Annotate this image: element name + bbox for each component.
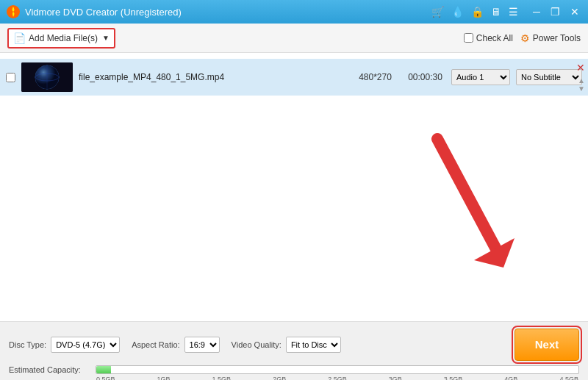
- bottom-bar: Disc Type: DVD-5 (4.7G) DVD-9 (8.5G) BD-…: [0, 321, 588, 380]
- disc-type-group: Disc Type: DVD-5 (4.7G) DVD-9 (8.5G) BD-…: [9, 337, 120, 353]
- toolbar-right: Check All ⚙ Power Tools: [464, 32, 581, 44]
- title-bar: Vidmore DVD Creator (Unregistered) 🛒 💧 🔒…: [0, 0, 588, 24]
- window-controls: ─ ❐ ✕: [530, 6, 582, 18]
- restore-icon[interactable]: ❐: [548, 6, 563, 18]
- menu-lines-icon[interactable]: ☰: [509, 6, 518, 18]
- power-tools-button[interactable]: ⚙ Power Tools: [520, 32, 581, 44]
- svg-marker-12: [474, 238, 514, 268]
- toolbar: 📄 Add Media File(s) ▼ Check All ⚙ Power …: [0, 24, 588, 53]
- file-audio-select[interactable]: Audio 1: [451, 69, 510, 85]
- file-duration: 00:00:30: [405, 72, 445, 82]
- arrow-annotation: [423, 132, 518, 281]
- add-media-icon: 📄: [13, 32, 26, 44]
- tick-6: 3.5GB: [444, 376, 463, 380]
- minimize-icon[interactable]: ─: [530, 6, 543, 18]
- disc-type-label: Disc Type:: [9, 340, 46, 349]
- next-label: Next: [535, 338, 559, 351]
- file-reorder-arrows: ▲ ▼: [578, 76, 585, 93]
- video-quality-select[interactable]: Fit to Disc High Medium Low: [286, 337, 341, 353]
- aspect-ratio-group: Aspect Ratio: 16:9 4:3: [132, 337, 219, 353]
- disc-type-select[interactable]: DVD-5 (4.7G) DVD-9 (8.5G) BD-25 (25G) BD…: [51, 337, 120, 353]
- table-row: file_example_MP4_480_1_5MG.mp4 480*270 0…: [0, 59, 588, 96]
- app-title: Vidmore DVD Creator (Unregistered): [25, 7, 431, 18]
- check-all-label[interactable]: Check All: [464, 33, 513, 43]
- capacity-label: Estimated Capacity:: [9, 365, 90, 374]
- tick-8: 4.5GB: [559, 376, 578, 380]
- tick-4: 2.5GB: [328, 376, 347, 380]
- tick-5: 3GB: [389, 376, 402, 380]
- tick-7: 4GB: [504, 376, 517, 380]
- file-remove-icon[interactable]: ✕: [576, 62, 585, 74]
- tick-3: 2GB: [273, 376, 286, 380]
- aspect-ratio-select[interactable]: 16:9 4:3: [184, 337, 220, 353]
- next-button[interactable]: Next: [514, 329, 579, 361]
- check-all-checkbox[interactable]: [464, 33, 473, 43]
- aspect-ratio-label: Aspect Ratio:: [132, 340, 179, 349]
- file-list: file_example_MP4_480_1_5MG.mp4 480*270 0…: [0, 53, 588, 101]
- capacity-ticks: 0.5GB 1GB 1.5GB 2GB 2.5GB 3GB 3.5GB 4GB …: [96, 376, 578, 380]
- svg-line-11: [437, 139, 496, 249]
- titlebar-toolbar: 🛒 💧 🔒 🖥 ☰: [431, 6, 518, 18]
- capacity-bar: 0.5GB 1GB 1.5GB 2GB 2.5GB 3GB 3.5GB 4GB …: [96, 365, 579, 374]
- file-thumbnail: [21, 62, 73, 92]
- video-quality-label: Video Quality:: [232, 340, 282, 349]
- capacity-row: Estimated Capacity: 0.5GB 1GB 1.5GB 2GB …: [9, 365, 579, 374]
- cart-icon[interactable]: 🛒: [431, 6, 444, 18]
- file-subtitle-select[interactable]: No Subtitle: [516, 69, 582, 85]
- add-media-button[interactable]: 📄 Add Media File(s) ▼: [7, 28, 115, 49]
- bottom-controls: Disc Type: DVD-5 (4.7G) DVD-9 (8.5G) BD-…: [9, 328, 579, 361]
- tick-0: 0.5GB: [96, 376, 115, 380]
- file-checkbox[interactable]: [6, 73, 15, 82]
- dropdown-arrow-icon: ▼: [102, 34, 110, 42]
- video-quality-group: Video Quality: Fit to Disc High Medium L…: [232, 337, 341, 353]
- app-logo-icon: [6, 4, 21, 19]
- drop-icon[interactable]: 💧: [451, 6, 464, 18]
- arrow-down-icon[interactable]: ▼: [578, 85, 585, 93]
- file-resolution: 480*270: [351, 72, 399, 82]
- main-area: file_example_MP4_480_1_5MG.mp4 480*270 0…: [0, 53, 588, 351]
- file-name: file_example_MP4_480_1_5MG.mp4: [79, 72, 345, 82]
- tick-2: 1.5GB: [212, 376, 232, 380]
- tick-1: 1GB: [157, 376, 171, 380]
- lock-icon[interactable]: 🔒: [471, 6, 484, 18]
- close-icon[interactable]: ✕: [567, 6, 582, 18]
- capacity-fill: [96, 366, 111, 373]
- computer-icon[interactable]: 🖥: [491, 6, 501, 18]
- power-tools-label: Power Tools: [533, 33, 581, 43]
- arrow-up-icon[interactable]: ▲: [578, 76, 585, 85]
- add-media-label: Add Media File(s): [29, 33, 98, 43]
- power-tools-icon: ⚙: [520, 32, 530, 44]
